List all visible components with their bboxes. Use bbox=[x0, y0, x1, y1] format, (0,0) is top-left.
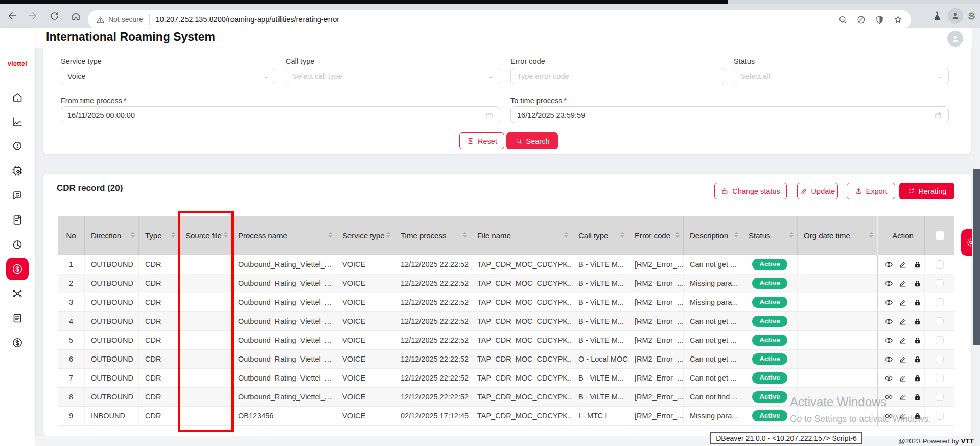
row-checkbox[interactable] bbox=[936, 317, 944, 325]
lock-icon[interactable] bbox=[913, 336, 922, 345]
row-checkbox[interactable] bbox=[936, 355, 944, 363]
view-icon[interactable] bbox=[884, 373, 893, 383]
edit-icon[interactable] bbox=[898, 317, 907, 326]
sidebar-item-chat-sync-icon[interactable] bbox=[11, 189, 24, 202]
edit-icon[interactable] bbox=[898, 336, 907, 345]
lock-icon[interactable] bbox=[913, 392, 922, 402]
lock-icon[interactable] bbox=[913, 354, 922, 364]
from-time-input[interactable]: 16/11/2025 00:00:00 bbox=[61, 106, 500, 123]
view-icon[interactable] bbox=[884, 260, 893, 269]
col-header-select-all[interactable] bbox=[925, 216, 954, 255]
sidebar-item-list-file-icon[interactable] bbox=[11, 312, 24, 324]
star-icon[interactable] bbox=[893, 15, 903, 25]
user-avatar[interactable] bbox=[947, 31, 963, 47]
sort-carets-icon[interactable] bbox=[463, 232, 467, 238]
sort-carets-icon[interactable] bbox=[131, 232, 135, 238]
sidebar-item-alert-hexagon-icon[interactable] bbox=[11, 140, 24, 152]
home-icon[interactable] bbox=[69, 9, 82, 23]
edit-icon[interactable] bbox=[898, 373, 907, 383]
edit-icon[interactable] bbox=[898, 392, 907, 402]
calendar-icon[interactable] bbox=[485, 111, 494, 119]
sort-carets-icon[interactable] bbox=[224, 232, 228, 238]
lock-icon[interactable] bbox=[913, 317, 922, 326]
view-icon[interactable] bbox=[884, 317, 893, 326]
rerating-button[interactable]: Rerating bbox=[899, 183, 954, 199]
view-icon[interactable] bbox=[884, 392, 893, 402]
address-bar[interactable]: Not secure 10.207.252.135:8200/roaming-a… bbox=[88, 10, 911, 29]
sidebar-item-line-chart-icon[interactable] bbox=[11, 116, 24, 128]
call-type-select[interactable]: Select call type⌄ bbox=[286, 68, 500, 84]
sort-carets-icon[interactable] bbox=[386, 232, 390, 238]
error-code-input[interactable]: Type error code bbox=[510, 68, 725, 84]
edit-icon[interactable] bbox=[898, 279, 907, 288]
col-header-description[interactable]: Description bbox=[684, 216, 742, 255]
browser-scrollbar-thumb[interactable] bbox=[973, 169, 980, 345]
sort-carets-icon[interactable] bbox=[789, 232, 794, 238]
col-header-file-name[interactable]: File name bbox=[471, 216, 572, 255]
calendar-icon[interactable] bbox=[934, 111, 942, 119]
s-extension-icon[interactable]: S bbox=[968, 11, 975, 21]
shield-icon[interactable] bbox=[875, 15, 884, 25]
col-header-direction[interactable]: Direction bbox=[85, 216, 139, 255]
sidebar-item-dollar-circle-icon[interactable] bbox=[11, 337, 24, 349]
reset-button[interactable]: Reset bbox=[459, 132, 504, 149]
sort-carets-icon[interactable] bbox=[675, 232, 680, 238]
change-status-button[interactable]: Change status bbox=[714, 183, 787, 199]
view-icon[interactable] bbox=[884, 411, 893, 420]
forward-icon[interactable] bbox=[26, 9, 39, 23]
export-button[interactable]: Export bbox=[847, 183, 895, 199]
lock-icon[interactable] bbox=[913, 411, 922, 420]
status-select[interactable]: Select all⌄ bbox=[734, 68, 949, 84]
row-checkbox[interactable] bbox=[936, 260, 944, 269]
zoom-out-icon[interactable] bbox=[838, 15, 848, 25]
sort-carets-icon[interactable] bbox=[734, 232, 738, 238]
col-header-service-type[interactable]: Service type bbox=[336, 216, 394, 255]
sort-carets-icon[interactable] bbox=[564, 232, 568, 238]
row-checkbox[interactable] bbox=[936, 298, 944, 306]
url-text[interactable]: 10.207.252.135:8200/roaming-app/utilitie… bbox=[156, 15, 838, 24]
col-header-call-type[interactable]: Call type bbox=[572, 216, 628, 255]
view-icon[interactable] bbox=[884, 279, 893, 288]
edit-icon[interactable] bbox=[898, 411, 907, 420]
search-button[interactable]: Search bbox=[506, 132, 558, 149]
col-header-org-date-time[interactable]: Org date time bbox=[798, 216, 877, 255]
select-all-checkbox[interactable] bbox=[936, 231, 944, 240]
view-icon[interactable] bbox=[884, 336, 893, 345]
row-checkbox[interactable] bbox=[936, 279, 944, 287]
sort-carets-icon[interactable] bbox=[869, 232, 873, 238]
sidebar-item-file-report-icon[interactable] bbox=[11, 214, 24, 226]
view-icon[interactable] bbox=[884, 354, 893, 364]
col-header-status[interactable]: Status bbox=[742, 216, 798, 255]
row-checkbox[interactable] bbox=[936, 374, 944, 382]
sort-carets-icon[interactable] bbox=[171, 232, 175, 238]
lock-icon[interactable] bbox=[913, 373, 922, 383]
col-header-process-name[interactable]: Process name bbox=[232, 216, 336, 255]
to-time-input[interactable]: 16/12/2025 23:59:59 bbox=[510, 106, 949, 123]
back-icon[interactable] bbox=[6, 9, 19, 23]
sidebar-item-home-icon[interactable] bbox=[11, 91, 24, 103]
edit-icon[interactable] bbox=[898, 260, 907, 269]
sort-carets-icon[interactable] bbox=[620, 232, 624, 238]
lock-icon[interactable] bbox=[913, 279, 922, 288]
edit-icon[interactable] bbox=[898, 298, 907, 307]
row-checkbox[interactable] bbox=[936, 336, 944, 344]
row-checkbox[interactable] bbox=[936, 393, 944, 401]
row-checkbox[interactable] bbox=[936, 412, 944, 420]
sidebar-item-dollar-active[interactable] bbox=[6, 258, 29, 280]
sort-carets-icon[interactable] bbox=[328, 232, 332, 238]
sidebar-item-pie-chart-icon[interactable] bbox=[11, 238, 24, 251]
flask-extension-icon[interactable] bbox=[931, 10, 943, 21]
col-header-time-process[interactable]: Time process bbox=[394, 216, 471, 255]
view-icon[interactable] bbox=[884, 298, 893, 307]
sidebar-item-chip-settings-icon[interactable] bbox=[11, 165, 24, 177]
service-type-select[interactable]: Voice⌄ bbox=[61, 68, 275, 84]
browser-profile-icon[interactable] bbox=[948, 8, 963, 24]
col-header-source-file[interactable]: Source file bbox=[179, 216, 232, 255]
sidebar-item-network-icon[interactable] bbox=[11, 287, 24, 300]
lock-icon[interactable] bbox=[913, 298, 922, 307]
col-header-error-code[interactable]: Error code bbox=[628, 216, 684, 255]
blocked-icon[interactable] bbox=[856, 15, 866, 25]
update-button[interactable]: Update bbox=[797, 183, 838, 199]
lock-icon[interactable] bbox=[913, 260, 922, 269]
refresh-icon[interactable] bbox=[48, 9, 61, 23]
